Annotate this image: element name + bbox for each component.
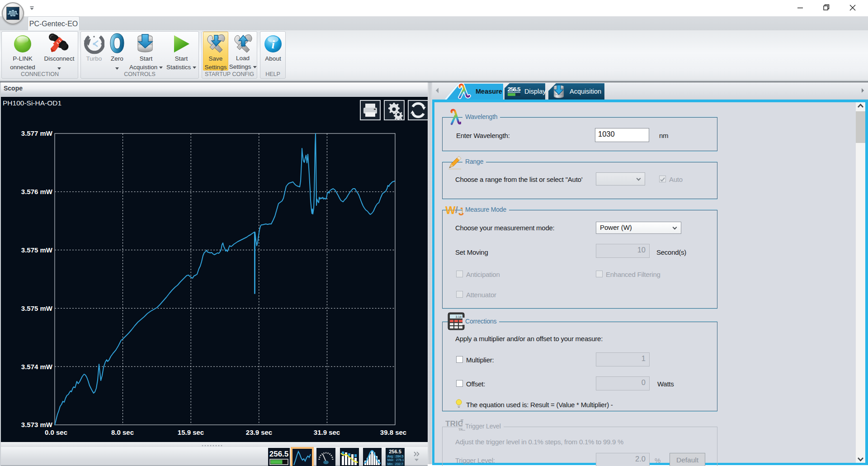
svg-text:Avg 284.5: Avg 284.5	[387, 455, 403, 458]
svg-text:8.0 sec: 8.0 sec	[111, 428, 134, 436]
svg-text:3.14: 3.14	[455, 315, 462, 319]
svg-text:31.9 sec: 31.9 sec	[314, 428, 340, 436]
svg-text:W: W	[445, 204, 456, 216]
svg-text:3.575 mW: 3.575 mW	[21, 304, 53, 312]
svg-text:Acquisition: Acquisition	[570, 88, 601, 95]
svg-text:3.575 mW: 3.575 mW	[21, 246, 53, 254]
svg-text:23.9 sec: 23.9 sec	[246, 428, 272, 436]
svg-text:3.577 mW: 3.577 mW	[21, 129, 53, 137]
svg-text:i: i	[271, 38, 275, 51]
svg-text:Measure: Measure	[476, 88, 502, 95]
svg-text:PH100-Si-HA-OD1: PH100-Si-HA-OD1	[3, 99, 61, 107]
svg-text:3.576 mW: 3.576 mW	[21, 188, 53, 195]
svg-text:Max 275.1: Max 275.1	[387, 458, 404, 461]
svg-text:/: /	[455, 204, 458, 215]
svg-text:256.5: 256.5	[389, 449, 401, 454]
svg-text:256.5: 256.5	[508, 86, 521, 93]
svg-text:0.0 sec: 0.0 sec	[45, 428, 67, 436]
svg-text:Min 232.7: Min 232.7	[387, 462, 403, 466]
svg-text:3.573 mW: 3.573 mW	[21, 421, 53, 428]
svg-text:256.5: 256.5	[269, 450, 289, 458]
svg-text:Display: Display	[524, 88, 546, 95]
svg-text:15.9 sec: 15.9 sec	[178, 428, 204, 436]
svg-text:TRIG: TRIG	[445, 419, 464, 428]
svg-text:3.574 mW: 3.574 mW	[21, 363, 53, 371]
svg-text:39.8 sec: 39.8 sec	[380, 428, 406, 436]
